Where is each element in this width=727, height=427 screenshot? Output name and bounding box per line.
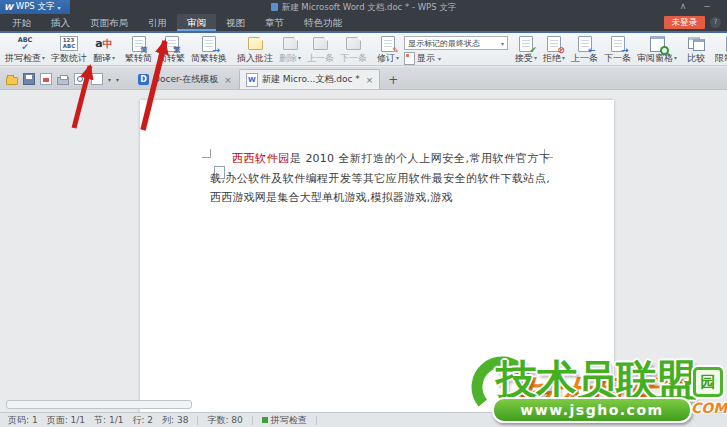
reject-change-icon: ⊘ [547, 35, 561, 52]
status-divider [197, 416, 198, 425]
tab-view[interactable]: 视图 [216, 14, 255, 31]
tracking-group: ✎ 修订▾ 显示标记的最终状态 ▾ 显示 ▾ [374, 34, 508, 65]
help-icon[interactable]: ? [710, 17, 721, 28]
status-bar: 页码: 1 页面: 1/1 节: 1/1 行: 2 列: 38 字数: 80 拼… [0, 412, 727, 427]
next-comment-button[interactable]: 下一条 [337, 34, 370, 65]
print-icon[interactable] [57, 77, 69, 85]
dropdown-caret-icon: ▾ [562, 53, 565, 63]
tab-section[interactable]: 章节 [255, 14, 294, 31]
review-ribbon: ABC✔ 拼写检查▾ 123ABC 字数统计 a中 翻译▾ 简 繁转简 繁 简转… [0, 33, 727, 66]
status-divider [252, 416, 253, 425]
track-changes-icon: ✎ [381, 35, 395, 52]
simp-to-trad-button[interactable]: 繁 简转繁 [155, 34, 188, 65]
tab-insert[interactable]: 插入 [41, 14, 80, 31]
previous-change-button[interactable]: ← 上一条 [568, 34, 601, 65]
next-change-button[interactable]: → 下一条 [601, 34, 634, 65]
previous-comment-button[interactable]: 上一条 [304, 34, 337, 65]
button-label: 翻译 [93, 53, 111, 63]
spell-check-button[interactable]: ABC✔ 拼写检查▾ [2, 34, 48, 65]
insert-comment-button[interactable]: 插入批注 [234, 34, 276, 65]
customize-toolbar-caret-icon[interactable]: ▾ [116, 76, 119, 83]
status-spell-check[interactable]: 拼写检查 [262, 414, 307, 427]
word-count-icon: 123ABC [60, 35, 79, 52]
review-pane-icon [650, 35, 665, 52]
fold-ribbon-button[interactable]: ∧ [675, 0, 691, 14]
chinese-conversion-group: 简 繁转简 繁 简转繁 → 简繁转换 [122, 34, 230, 65]
markup-state-dropdown[interactable]: 显示标记的最终状态 ▾ [404, 36, 508, 50]
status-column: 列: 38 [162, 414, 188, 427]
close-tab-icon[interactable]: × [366, 75, 374, 85]
dropdown-caret-icon: ▾ [112, 53, 115, 63]
status-word-count[interactable]: 字数: 80 [207, 414, 242, 427]
doc-tab-current-document[interactable]: W 新建 Micro...文档.doc * × [239, 69, 380, 89]
open-file-icon[interactable] [6, 77, 18, 85]
button-label: 上一条 [571, 53, 598, 63]
compare-button[interactable]: 比较 [684, 34, 708, 65]
comments-group: 插入批注 删除▾ 上一条 下一条 [234, 34, 370, 65]
dropdown-caret-icon: ▾ [438, 55, 441, 62]
login-button[interactable]: 未登录 [664, 16, 706, 29]
undo-dropdown-caret-icon[interactable]: ▾ [108, 76, 111, 83]
status-divider [316, 416, 317, 425]
tab-home[interactable]: 开始 [2, 14, 41, 31]
next-change-icon: → [611, 35, 625, 52]
button-label: 上一条 [307, 53, 334, 63]
doc-tab-label: Docer-在线模板 [153, 73, 218, 86]
close-tab-icon[interactable]: × [224, 75, 232, 85]
document-icon [271, 3, 278, 11]
title-bar: W WPS 文字 ▾ 新建 Microsoft Word 文档.doc * - … [0, 0, 727, 14]
proofing-group: ABC✔ 拼写检查▾ 123ABC 字数统计 a中 翻译▾ [2, 34, 118, 65]
minimize-button[interactable]: − [699, 0, 715, 14]
new-document-icon[interactable] [91, 73, 103, 85]
tab-special-features[interactable]: 特色功能 [294, 14, 352, 31]
show-markup-icon [404, 52, 415, 65]
reject-change-button[interactable]: ⊘ 拒绝▾ [540, 34, 568, 65]
button-label: 简繁转换 [191, 53, 227, 63]
accept-change-button[interactable]: ✔ 接受▾ [512, 34, 540, 65]
doc-tab-docer[interactable]: D Docer-在线模板 × [131, 69, 239, 89]
tab-page-layout[interactable]: 页面布局 [80, 14, 138, 31]
tab-references[interactable]: 引用 [138, 14, 177, 31]
docer-icon: D [138, 74, 149, 85]
delete-comment-button[interactable]: 删除▾ [276, 34, 304, 65]
document-page[interactable]: ▾ 西西软件园是 2010 全新打造的个人上网安全,常用软件官方下载,办公软件及… [140, 100, 614, 412]
button-label: 限制编辑 [715, 53, 727, 63]
previous-comment-icon [313, 35, 328, 52]
review-pane-button[interactable]: 审阅窗格▾ [634, 34, 680, 65]
simp-trad-convert-button[interactable]: → 简繁转换 [188, 34, 230, 65]
word-count-button[interactable]: 123ABC 字数统计 [48, 34, 90, 65]
button-label: 显示 [417, 52, 435, 65]
delete-comment-icon [283, 35, 298, 52]
simp-trad-convert-icon: → [202, 35, 216, 52]
export-pdf-icon[interactable] [40, 73, 52, 85]
spell-check-icon: ABC✔ [18, 35, 33, 52]
insert-comment-icon [248, 35, 263, 52]
restrict-editing-button[interactable]: 限制编辑 [712, 34, 727, 65]
print-preview-icon[interactable] [74, 73, 86, 85]
tab-review[interactable]: 审阅 [177, 14, 216, 31]
button-label: 简转繁 [158, 53, 185, 63]
button-label: 接受 [515, 53, 533, 63]
new-tab-button[interactable]: + [380, 73, 406, 89]
button-label: 下一条 [604, 53, 631, 63]
simp-to-trad-icon: 繁 [165, 35, 179, 52]
save-icon[interactable] [23, 73, 35, 85]
dropdown-caret-icon: ▾ [501, 40, 504, 47]
horizontal-scrollbar-thumb[interactable] [6, 400, 192, 409]
status-line: 行: 2 [132, 414, 153, 427]
wps-writer-window: W WPS 文字 ▾ 新建 Microsoft Word 文档.doc * - … [0, 0, 727, 427]
show-markup-button[interactable]: 显示 ▾ [402, 52, 508, 65]
compare-group: 比较 [684, 34, 708, 65]
trad-to-simp-button[interactable]: 简 繁转简 [122, 34, 155, 65]
quick-access-toolbar: ▾ ▾ [0, 73, 125, 89]
dropdown-caret-icon: ▾ [396, 53, 399, 63]
button-label: 插入批注 [237, 53, 273, 63]
accept-change-icon: ✔ [519, 35, 533, 52]
track-changes-button[interactable]: ✎ 修订▾ [374, 34, 402, 65]
button-label: 拼写检查 [5, 53, 41, 63]
translate-button[interactable]: a中 翻译▾ [90, 34, 118, 65]
next-comment-icon [346, 35, 361, 52]
compare-icon [688, 35, 705, 52]
window-title: 新建 Microsoft Word 文档.doc * - WPS 文字 [0, 0, 727, 14]
button-label: 修订 [377, 53, 395, 63]
